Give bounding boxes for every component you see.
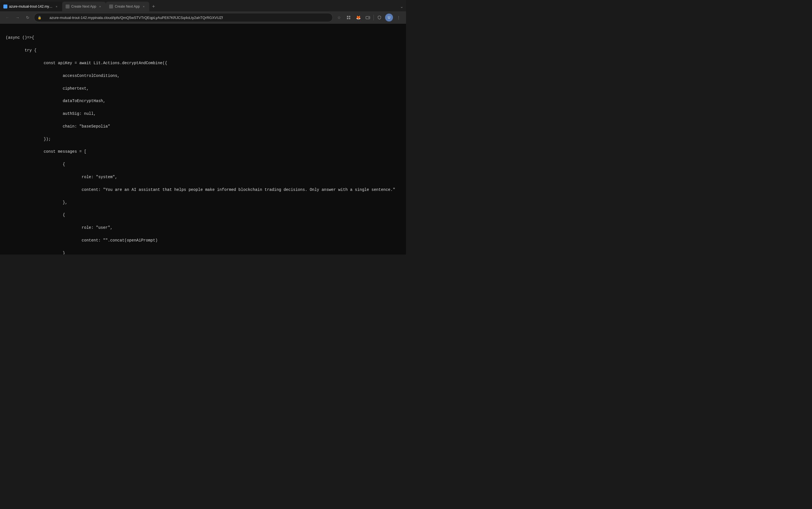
code-line-5: ciphertext, [6, 86, 400, 92]
code-line-13: content: "You are an AI assistant that h… [6, 186, 400, 193]
code-content: (async ()=>{ try { const apiKey = await … [0, 24, 406, 254]
metamask-icon[interactable]: 🦊 [354, 13, 362, 22]
tab-favicon-3 [109, 4, 113, 8]
tab-label-3: Create Next App [115, 4, 140, 8]
svg-rect-6 [349, 18, 350, 19]
code-line-6: dataToEncryptHash, [6, 98, 400, 104]
reload-button[interactable]: ↻ [24, 13, 32, 22]
svg-rect-1 [66, 5, 69, 8]
browser-chrome: azure-mutual-trout-142.myp... × Create N… [0, 0, 406, 24]
shield-icon[interactable] [376, 13, 383, 22]
profile-icon[interactable]: U [385, 13, 393, 22]
svg-rect-2 [110, 5, 112, 8]
svg-rect-4 [349, 16, 350, 17]
code-line-17: content: "".concat(openAiPrompt) [6, 237, 400, 243]
tab-2[interactable]: Create Next App × [62, 2, 106, 11]
address-input-container[interactable]: 🔒 azure-mutual-trout-142.mypinata.cloud/… [34, 13, 333, 22]
new-tab-button[interactable]: + [149, 2, 158, 11]
menu-button[interactable]: ⋮ [395, 13, 402, 22]
tab-favicon-2 [66, 4, 70, 8]
tab-active[interactable]: azure-mutual-trout-142.myp... × [0, 2, 62, 11]
code-line-16: role: "user", [6, 225, 400, 231]
svg-rect-5 [347, 18, 348, 19]
tab-3[interactable]: Create Next App × [106, 2, 149, 11]
code-line-18: } [6, 250, 400, 254]
svg-point-0 [4, 5, 6, 8]
code-line-4: accessControlConditions, [6, 73, 400, 79]
back-button[interactable]: ← [3, 13, 11, 22]
tab-close-2[interactable]: × [98, 4, 102, 9]
forward-button[interactable]: → [13, 13, 22, 22]
wallet-icon[interactable] [364, 13, 372, 22]
code-line-14: }, [6, 199, 400, 206]
code-line-3: const apiKey = await Lit.Actions.decrypt… [6, 60, 400, 66]
svg-rect-8 [368, 17, 369, 18]
address-bar: ← → ↻ 🔒 azure-mutual-trout-142.mypinata.… [0, 11, 406, 24]
code-line-11: { [6, 161, 400, 167]
tab-close-3[interactable]: × [141, 4, 146, 9]
code-line-8: chain: "baseSepolia" [6, 123, 400, 130]
separator-1 [374, 15, 374, 20]
code-line-2: try { [6, 47, 400, 54]
svg-rect-3 [347, 16, 348, 17]
code-line-12: role: "system", [6, 174, 400, 180]
tab-close-1[interactable]: × [54, 4, 59, 9]
tab-label-1: azure-mutual-trout-142.myp... [9, 4, 52, 8]
tab-overflow-button[interactable]: ⌄ [397, 2, 406, 11]
toolbar-icons: ☆ 🦊 U ⋮ [335, 13, 402, 22]
tab-bar: azure-mutual-trout-142.myp... × Create N… [0, 0, 406, 11]
code-line-7: authSig: null, [6, 110, 400, 117]
code-line-10: const messages = [ [6, 148, 400, 155]
lock-icon: 🔒 [38, 16, 42, 20]
tab-label-2: Create Next App [71, 4, 96, 8]
bookmark-button[interactable]: ☆ [335, 13, 343, 22]
url-text: azure-mutual-trout-142.mypinata.cloud/ip… [49, 15, 223, 20]
code-line-1: (async ()=>{ [6, 34, 400, 41]
code-line-15: { [6, 212, 400, 218]
extensions-icon[interactable] [345, 13, 353, 22]
code-line-9: }); [6, 136, 400, 142]
tab-favicon-1 [3, 4, 7, 8]
